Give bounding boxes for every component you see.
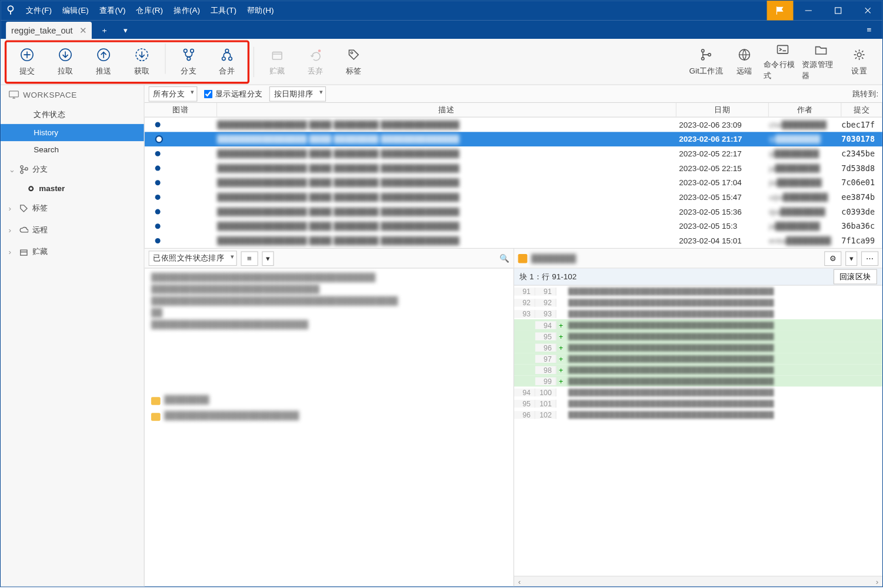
list-view-button[interactable]: ≡ [241,251,258,266]
remote-button[interactable]: 远端 [725,43,764,80]
menu-edit[interactable]: 编辑(E) [57,1,94,21]
scrollbar[interactable]: ‹ › [514,576,882,586]
branch-filter-dropdown[interactable]: 所有分支 [148,86,197,101]
settings-button[interactable]: 设置 [840,43,878,80]
branch-button[interactable]: 分支 [169,43,208,80]
close-tab-icon[interactable]: ✕ [79,25,86,35]
svg-point-11 [222,57,225,61]
sidebar-file-status[interactable]: 文件状态 [1,105,144,124]
diff-line[interactable]: 95101███████████████████████████████████… [514,397,882,409]
diff-line[interactable]: 97+█████████████████████████████████████… [514,353,882,364]
commit-row[interactable]: ████████████████ ████ ████████ █████████… [145,161,882,176]
show-remote-checkbox[interactable]: 显示远程分支 [204,88,263,99]
terminal-button[interactable]: 命令行模式 [764,43,802,80]
svg-rect-3 [835,8,841,14]
scroll-left-icon[interactable]: ‹ [514,577,525,586]
file-icon [518,253,528,263]
hamburger-icon[interactable]: ≡ [856,21,882,39]
sidebar-tags[interactable]: ›标签 [1,197,144,219]
commit-row[interactable]: ████████████████ ████ ████████ █████████… [145,175,882,190]
file-pane: 已依照文件状态排序 ≡ ▾ 🔍 ████████████████████████… [145,249,514,586]
stash-icon [19,247,29,256]
sidebar-search[interactable]: Search [1,141,144,158]
folder-item[interactable]: ████████████████████████ [151,411,507,423]
scroll-right-icon[interactable]: › [872,577,882,586]
minimize-button[interactable] [793,1,822,21]
diff-line[interactable]: 9292████████████████████████████████████… [514,297,882,308]
menu-view[interactable]: 查看(V) [94,1,131,21]
maximize-button[interactable] [823,1,852,21]
diff-line[interactable]: 9393████████████████████████████████████… [514,308,882,319]
close-button[interactable] [852,1,882,21]
diff-line[interactable]: 96+█████████████████████████████████████… [514,342,882,353]
diff-line[interactable]: 94+█████████████████████████████████████… [514,319,882,330]
sidebar-branch-master[interactable]: master [1,180,144,197]
svg-rect-23 [9,91,19,97]
svg-rect-21 [778,45,788,53]
list-view-menu[interactable]: ▾ [262,251,274,266]
commit-row[interactable]: ████████████████ ████ ████████ █████████… [145,118,882,132]
menu-action[interactable]: 操作(A) [168,1,205,21]
commit-row[interactable]: ████████████████ ████ ████████ █████████… [145,205,882,219]
sidebar-remotes[interactable]: ›远程 [1,219,144,240]
diff-settings-button[interactable]: ⚙ [824,251,841,266]
merge-button[interactable]: 合并 [208,43,246,80]
filter-bar: 所有分支 显示远程分支 按日期排序 跳转到: [145,85,882,103]
col-date[interactable]: 日期 [677,103,769,117]
folder-item[interactable]: ████████ [151,395,507,407]
fetch-button[interactable]: 获取 [123,43,161,80]
menu-repo[interactable]: 仓库(R) [131,1,168,21]
svg-point-26 [25,167,28,169]
repo-tab[interactable]: reggie_take_out ✕ [6,22,92,39]
commit-row[interactable]: ████████████████ ████ ████████ █████████… [145,190,882,205]
chevron-right-icon: › [9,203,15,213]
diff-line[interactable]: 98+█████████████████████████████████████… [514,364,882,375]
folder-icon [151,413,161,420]
push-button[interactable]: 推送 [85,43,123,80]
repo-tab-label: reggie_take_out [11,25,73,35]
diff-line[interactable]: 9191████████████████████████████████████… [514,286,882,297]
commit-row[interactable]: ████████████████ ████ ████████ █████████… [145,233,882,248]
chevron-right-icon: › [9,225,15,235]
monitor-icon [9,91,19,100]
commit-row[interactable]: ████████████████ ████ ████████ █████████… [145,132,882,146]
commit-row[interactable]: ████████████████ ████ ████████ █████████… [145,146,882,161]
revert-hunk-button[interactable]: 回滚区块 [834,269,877,285]
sidebar-stashes[interactable]: ›贮藏 [1,240,144,262]
file-sort-dropdown[interactable]: 已依照文件状态排序 [148,250,236,266]
diff-settings-menu[interactable]: ▾ [845,251,857,266]
diff-line[interactable]: 99+█████████████████████████████████████… [514,375,882,386]
toolbar: 提交 拉取 推送 获取 分支 合并 贮藏 丢弃 标签 Git工作流 远端 命令行… [1,39,882,85]
jump-label: 跳转到: [852,88,878,99]
explorer-button[interactable]: 资源管理器 [802,43,840,80]
workspace-header: WORKSPACE [1,85,144,105]
menu-tool[interactable]: 工具(T) [205,1,242,21]
search-icon[interactable]: 🔍 [499,253,509,263]
menu-file[interactable]: 文件(F) [21,1,57,21]
diff-line[interactable]: 94100███████████████████████████████████… [514,386,882,397]
col-desc[interactable]: 描述 [217,103,677,117]
menu-help[interactable]: 帮助(H) [242,1,279,21]
svg-rect-14 [272,52,282,59]
sidebar-history[interactable]: History [1,124,144,141]
sort-dropdown[interactable]: 按日期排序 [269,86,326,101]
sidebar: WORKSPACE 文件状态 History Search ⌄ 分支 maste… [1,85,145,587]
svg-point-17 [701,49,704,52]
tag-button[interactable]: 标签 [335,43,373,80]
col-author[interactable]: 作者 [769,103,841,117]
col-commit[interactable]: 提交 [841,103,882,117]
commit-row[interactable]: ████████████████ ████ ████████ █████████… [145,219,882,233]
add-tab-button[interactable]: ＋ [96,22,113,39]
diff-line[interactable]: 95+█████████████████████████████████████… [514,330,882,342]
col-graph[interactable]: 图谱 [145,103,217,117]
tab-menu-icon[interactable]: ▾ [117,22,134,39]
pull-button[interactable]: 拉取 [46,43,85,80]
diff-line[interactable]: 96102███████████████████████████████████… [514,409,882,420]
diff-more-button[interactable]: ⋯ [861,251,878,266]
stash-button[interactable]: 贮藏 [258,43,296,80]
gitflow-button[interactable]: Git工作流 [687,43,725,80]
commit-button[interactable]: 提交 [8,43,46,80]
notification-flag-icon[interactable] [767,1,794,21]
sidebar-branches[interactable]: ⌄ 分支 [1,158,144,180]
discard-button[interactable]: 丢弃 [296,43,335,80]
